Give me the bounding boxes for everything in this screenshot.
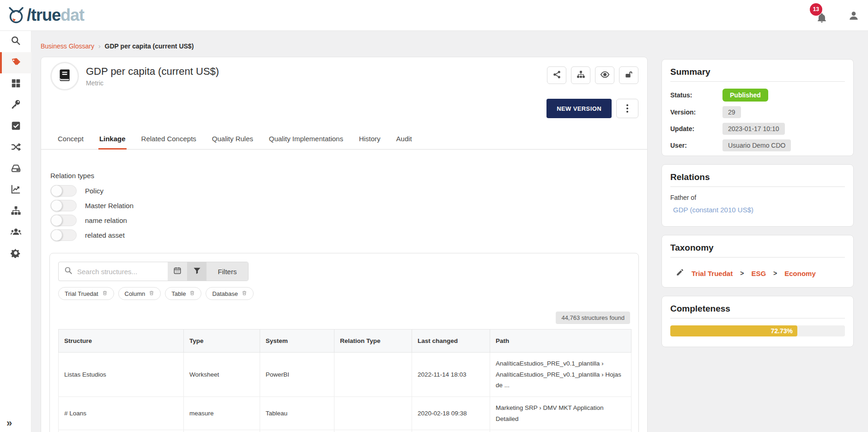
cell-relation-type [334, 430, 412, 432]
cell-system: Konfio DB [260, 430, 334, 432]
check-square-icon [11, 121, 21, 132]
truedat-logo[interactable]: /truedat [6, 6, 84, 25]
tab-linkage[interactable]: Linkage [98, 131, 127, 150]
sidebar-item-settings[interactable] [0, 243, 31, 264]
toggle-name-relation[interactable] [50, 215, 77, 226]
notifications-bell-icon[interactable]: 13 [815, 8, 829, 24]
chip-database[interactable]: Database [206, 287, 254, 300]
page-title: GDP per capita (current US$) [86, 66, 219, 78]
cell-type: Column [184, 430, 260, 432]
table-row[interactable]: Listas Estudios Worksheet PowerBI 2022-1… [59, 353, 631, 397]
sidebar-item-structures[interactable] [0, 201, 31, 222]
column-header-path[interactable]: Path [490, 330, 631, 353]
update-value: 2023-01-17 10:10 [722, 123, 785, 135]
filters-button[interactable]: Filters [206, 262, 248, 281]
structures-table: Structure Type System Relation Type Last… [58, 329, 631, 432]
more-actions-button[interactable] [616, 99, 638, 118]
lineage-button[interactable] [571, 66, 590, 84]
taxonomy-link-domain[interactable]: Trial Truedat [692, 270, 733, 277]
chip-label: Table [171, 290, 186, 297]
sidebar-item-groups[interactable] [0, 222, 31, 243]
sidebar-item-data-sources[interactable] [0, 158, 31, 180]
chip-trial-truedat[interactable]: Trial Truedat [58, 287, 114, 300]
trash-icon[interactable] [102, 290, 108, 297]
cell-path: Marketing SRP › DMV MKT Application Deta… [490, 396, 631, 430]
sidebar-item-permissions[interactable] [0, 95, 31, 116]
cell-structure: Listas Estudios [59, 353, 184, 397]
user-value: Usuario Demo CDO [722, 139, 791, 151]
tab-audit[interactable]: Audit [395, 131, 413, 150]
cell-relation-type [334, 353, 412, 397]
sidebar-item-lineage[interactable] [0, 137, 31, 158]
owl-logo-icon [6, 6, 26, 25]
column-header-last-changed[interactable]: Last changed [412, 330, 490, 353]
date-filter-button[interactable] [168, 262, 187, 281]
key-icon [11, 99, 21, 111]
completeness-progress-fill: 72.73% [670, 325, 797, 336]
new-version-button[interactable]: NEW VERSION [546, 99, 612, 118]
unlock-button[interactable] [619, 66, 638, 84]
chip-label: Column [125, 290, 146, 297]
trash-icon[interactable] [149, 290, 154, 297]
toggle-related-asset[interactable] [50, 229, 77, 241]
cell-relation-type [334, 396, 412, 430]
completeness-title: Completeness [670, 304, 845, 314]
toggle-policy[interactable] [50, 185, 77, 197]
table-row[interactable]: # Loans measure Tableau 2020-02-18 09:38… [59, 396, 631, 430]
table-row[interactable]: #,loans Column Konfio DB 2020-02-18 11:5… [59, 430, 631, 432]
sidebar-expand-button[interactable]: » [6, 417, 12, 429]
tab-quality-rules[interactable]: Quality Rules [211, 131, 254, 150]
version-value: 29 [722, 106, 741, 118]
summary-panel: Summary Status: Published Version: 29 Up… [662, 59, 854, 156]
breadcrumb-current: GDP per capita (current US$) [105, 42, 194, 50]
cell-system: Tableau [260, 396, 334, 430]
tab-history[interactable]: History [358, 131, 382, 150]
grid-icon [11, 78, 21, 90]
filter-funnel-button[interactable] [187, 262, 206, 281]
sidebar-item-quality[interactable] [0, 116, 31, 137]
tab-quality-implementations[interactable]: Quality Implementations [268, 131, 344, 150]
gear-icon [11, 248, 21, 260]
cell-type: Worksheet [184, 353, 260, 397]
trash-icon[interactable] [242, 290, 247, 297]
concept-type-label: Metric [86, 79, 103, 87]
summary-title: Summary [670, 67, 845, 77]
chip-column[interactable]: Column [118, 287, 161, 300]
chip-table[interactable]: Table [165, 287, 201, 300]
edit-taxonomy-button[interactable] [676, 268, 684, 278]
watch-button[interactable] [595, 66, 614, 84]
sidebar-item-dashboards[interactable] [0, 73, 31, 95]
share-button[interactable] [547, 66, 566, 84]
shuffle-icon [11, 142, 21, 154]
breadcrumb-business-glossary[interactable]: Business Glossary [41, 42, 94, 50]
completeness-panel: Completeness 72.73% [662, 296, 854, 347]
related-concept-link[interactable]: GDP (constant 2010 US$) [673, 206, 845, 214]
toggle-master-relation[interactable] [50, 200, 77, 211]
sidebar-item-analytics[interactable] [0, 180, 31, 201]
toggle-policy-label: Policy [85, 187, 103, 195]
sitemap-icon [577, 70, 585, 81]
column-header-system[interactable]: System [260, 330, 334, 353]
tab-related-concepts[interactable]: Related Concepts [140, 131, 197, 150]
cell-structure: #,loans [59, 430, 184, 432]
column-header-structure[interactable]: Structure [59, 330, 184, 353]
search-structures-input[interactable] [77, 268, 162, 276]
column-header-relation-type[interactable]: Relation Type [334, 330, 412, 353]
sidebar-item-search[interactable] [0, 31, 31, 52]
right-sidebar: Summary Status: Published Version: 29 Up… [662, 59, 854, 355]
cell-path: AnalíticaEstudios_PRE_v0.1_plantilla › A… [490, 353, 631, 397]
user-profile-icon[interactable] [848, 10, 860, 22]
cell-last-changed: 2020-02-18 09:38 [412, 396, 490, 430]
tab-concept[interactable]: Concept [57, 131, 85, 150]
column-header-type[interactable]: Type [184, 330, 260, 353]
cell-last-changed: 2022-11-14 18:03 [412, 353, 490, 397]
cell-type: measure [184, 396, 260, 430]
trash-icon[interactable] [189, 290, 195, 297]
taxonomy-link-leaf[interactable]: Economy [784, 270, 816, 277]
taxonomy-link-subdomain[interactable]: ESG [751, 270, 766, 277]
cell-structure: # Loans [59, 396, 184, 430]
unlock-icon [625, 70, 633, 81]
sidebar-item-glossary[interactable] [0, 52, 31, 73]
chip-label: Database [212, 290, 238, 297]
search-icon [64, 266, 73, 276]
